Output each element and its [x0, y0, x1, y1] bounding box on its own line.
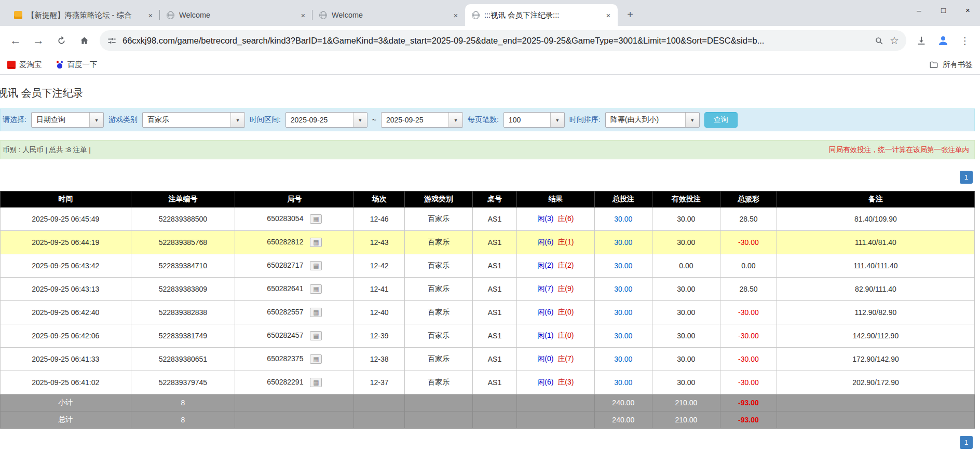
sort-select[interactable]: 降幂(由大到小) ▾ — [605, 112, 700, 128]
cell-game-type: 百家乐 — [404, 208, 472, 231]
tab-close-icon[interactable]: × — [603, 10, 614, 20]
bookmark-star-icon[interactable]: ☆ — [890, 34, 899, 47]
query-type-select[interactable]: 日期查询 ▾ — [31, 112, 104, 128]
cell-total-bet-link[interactable]: 30.00 — [594, 231, 652, 254]
per-page-select[interactable]: 100 ▾ — [503, 112, 565, 128]
chevron-down-icon[interactable]: ▾ — [448, 113, 462, 127]
cell-session: 12-46 — [354, 208, 405, 231]
cell-game-type: 百家乐 — [404, 301, 472, 324]
minimize-button[interactable]: – — [907, 0, 931, 20]
header-result: 结果 — [516, 191, 594, 208]
home-button[interactable] — [74, 30, 94, 51]
round-result-icon[interactable]: ▦ — [310, 308, 322, 317]
browser-tab-welcome-2[interactable]: Welcome × — [312, 4, 465, 26]
total-total-bet: 240.00 — [594, 412, 652, 429]
cell-note: 202.90/172.90 — [777, 371, 974, 394]
round-result-icon[interactable]: ▦ — [310, 214, 322, 224]
downloads-icon[interactable] — [911, 31, 931, 50]
cell-total-bet-link[interactable]: 30.00 — [594, 371, 652, 394]
cell-total-bet-link[interactable]: 30.00 — [594, 208, 652, 231]
tab-close-icon[interactable]: × — [298, 10, 308, 20]
header-time: 时间 — [1, 191, 131, 208]
date-start-select[interactable]: 2025-09-25 ▾ — [285, 112, 367, 128]
address-bar[interactable]: 66cxkj98.com/game/betrecord_search/kind3… — [100, 30, 906, 51]
header-session: 场次 — [354, 191, 405, 208]
menu-icon[interactable]: ⋮ — [955, 31, 975, 50]
round-result-icon[interactable]: ▦ — [310, 238, 322, 247]
browser-toolbar: ← → 66cxkj98.com/game/betrecord_search/k… — [0, 26, 980, 55]
header-note: 备注 — [777, 191, 974, 208]
zoom-icon[interactable] — [874, 36, 884, 46]
chevron-down-icon[interactable]: ▾ — [353, 113, 367, 127]
page-1-button[interactable]: 1 — [960, 171, 973, 184]
cell-valid-bet: 30.00 — [652, 348, 720, 371]
query-type-value: 日期查询 — [32, 113, 89, 127]
profile-icon[interactable] — [933, 31, 953, 50]
cell-payout: 28.50 — [720, 278, 777, 301]
result-player: 闲(1) — [537, 331, 553, 339]
result-player: 闲(3) — [537, 214, 553, 223]
subtotal-label: 小计 — [1, 394, 131, 412]
chevron-down-icon[interactable]: ▾ — [685, 113, 699, 127]
cell-bet-id: 522839379745 — [131, 371, 235, 394]
bookmark-baidu[interactable]: 百度一下 — [56, 60, 98, 70]
cell-game-type: 百家乐 — [404, 278, 472, 301]
cell-bet-id: 522839384710 — [131, 254, 235, 278]
header-bet-id: 注单编号 — [131, 191, 235, 208]
new-tab-button[interactable]: + — [622, 7, 638, 22]
site-settings-icon[interactable] — [107, 36, 117, 46]
browser-tab-forum[interactable]: 【新提醒】海燕策略论坛 - 综合 × — [7, 4, 160, 26]
folder-icon — [929, 60, 938, 70]
round-result-icon[interactable]: ▦ — [310, 378, 322, 387]
cell-total-bet-link[interactable]: 30.00 — [594, 348, 652, 371]
result-player: 闲(6) — [537, 238, 553, 246]
round-id: 650283054 — [267, 214, 303, 223]
result-banker: 庄(0) — [557, 308, 574, 316]
browser-tab-welcome-1[interactable]: Welcome × — [160, 4, 312, 26]
cell-total-bet-link[interactable]: 30.00 — [594, 301, 652, 324]
round-result-icon[interactable]: ▦ — [310, 261, 322, 270]
bookmark-aitaobao[interactable]: 爱淘宝 — [7, 60, 42, 70]
empty-cell — [516, 412, 594, 429]
all-bookmarks-button[interactable]: 所有书签 — [929, 60, 973, 70]
cell-table-no: AS1 — [473, 231, 516, 254]
result-banker: 庄(7) — [557, 354, 574, 363]
round-result-icon[interactable]: ▦ — [310, 284, 322, 294]
cell-total-bet-link[interactable]: 30.00 — [594, 278, 652, 301]
empty-cell — [354, 412, 405, 429]
chevron-down-icon[interactable]: ▾ — [230, 113, 244, 127]
round-id: 650282557 — [267, 308, 303, 316]
search-button[interactable]: 查询 — [704, 112, 738, 128]
reload-button[interactable] — [51, 30, 72, 51]
cell-bet-id: 522839383809 — [131, 278, 235, 301]
chevron-down-icon[interactable]: ▾ — [89, 113, 103, 127]
game-type-label: 游戏类别 — [108, 115, 138, 125]
summary-currency-count: 币别 : 人民币 | 总共 :8 注单 | — [3, 145, 91, 155]
browser-tab-bet-record[interactable]: :::视讯 会员下注纪录::: × — [465, 4, 618, 26]
round-result-icon[interactable]: ▦ — [310, 331, 322, 340]
date-end-select[interactable]: 2025-09-25 ▾ — [381, 112, 463, 128]
round-result-icon[interactable]: ▦ — [310, 354, 322, 364]
subtotal-valid-bet: 210.00 — [652, 394, 720, 412]
cell-total-bet-link[interactable]: 30.00 — [594, 324, 652, 348]
taobao-icon — [7, 61, 16, 69]
table-row: 2025-09-25 06:43:13 522839383809 6502826… — [1, 278, 975, 301]
game-type-select[interactable]: 百家乐 ▾ — [142, 112, 245, 128]
date-range-label: 时间区间: — [250, 115, 281, 125]
globe-favicon-icon — [472, 11, 480, 19]
cell-total-bet-link[interactable]: 30.00 — [594, 254, 652, 278]
page-1-button[interactable]: 1 — [960, 436, 973, 449]
tab-close-icon[interactable]: × — [145, 10, 156, 20]
cell-round: 650282375 ▦ — [235, 348, 354, 371]
cell-note: 172.90/142.90 — [777, 348, 974, 371]
empty-cell — [404, 412, 472, 429]
cell-session: 12-38 — [354, 348, 405, 371]
tab-close-icon[interactable]: × — [451, 10, 461, 20]
cell-time: 2025-09-25 06:42:06 — [1, 324, 131, 348]
back-button[interactable]: ← — [5, 30, 26, 51]
close-button[interactable]: × — [956, 0, 980, 20]
forward-button[interactable]: → — [28, 30, 49, 51]
maximize-button[interactable]: □ — [931, 0, 956, 20]
cell-valid-bet: 30.00 — [652, 231, 720, 254]
chevron-down-icon[interactable]: ▾ — [550, 113, 564, 127]
